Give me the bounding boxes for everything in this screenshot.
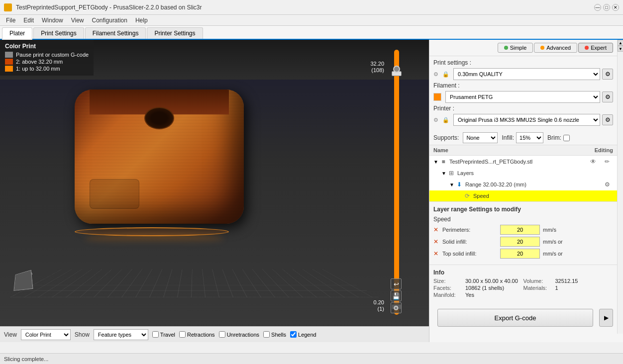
printer-gear-button[interactable]: ⚙	[602, 114, 613, 125]
manifold-key: Manifold:	[433, 292, 463, 298]
print-settings-gear-button[interactable]: ⚙	[602, 69, 613, 80]
status-text: Slicing complete...	[4, 356, 48, 362]
print-settings-label: Print settings :	[433, 59, 471, 66]
menu-edit[interactable]: Edit	[19, 16, 38, 25]
save-button[interactable]: 💾	[391, 290, 402, 301]
expert-button[interactable]: Expert	[578, 43, 613, 53]
expert-label: Expert	[591, 45, 607, 51]
nav-cube[interactable]	[10, 268, 45, 302]
scrollbar-down-button[interactable]: ▼	[618, 46, 623, 52]
simple-button[interactable]: Simple	[498, 43, 533, 53]
app-icon	[4, 3, 12, 11]
tab-plater[interactable]: Plater	[2, 27, 32, 40]
unretractions-label: Unretractions	[227, 332, 259, 338]
object-tree: Name Editing ▼ ■ TestPreprintedS...rt_PE…	[429, 145, 617, 202]
retractions-label: Retractions	[187, 332, 215, 338]
simple-label: Simple	[510, 45, 527, 51]
print-settings-select[interactable]: 0.30mm QUALITY	[453, 68, 600, 80]
layer-slider[interactable]	[389, 50, 404, 315]
shells-checkbox-label[interactable]: Shells	[263, 331, 286, 338]
printer-select[interactable]: Original Prusa i3 MK3S MMU2S Single 0.6 …	[453, 114, 600, 126]
close-button[interactable]: ✕	[612, 4, 619, 11]
tree-label-stl: TestPreprintedS...rt_PETGbody.stl	[449, 159, 585, 165]
rotate-back-button[interactable]: ↩	[391, 278, 402, 289]
shells-checkbox[interactable]	[263, 331, 270, 338]
simple-dot	[504, 46, 508, 50]
unretractions-checkbox[interactable]	[219, 331, 225, 338]
retractions-checkbox[interactable]	[179, 331, 186, 338]
printer-label: Printer :	[433, 105, 463, 112]
show-select[interactable]: Feature types	[94, 329, 148, 340]
viewport-3d[interactable]: Color Print Pause print or custom G-code…	[0, 40, 429, 342]
tree-arrow-layers[interactable]: ▼	[441, 171, 447, 176]
export-arrow-icon: ▶	[604, 314, 609, 321]
solid-infill-row: ✕ Solid infill: mm/s or	[433, 237, 613, 247]
solid-infill-x-icon: ✕	[433, 238, 438, 245]
tree-row-speed[interactable]: ⟳ Speed	[429, 190, 617, 201]
unretractions-checkbox-label[interactable]: Unretractions	[219, 331, 259, 338]
perimeters-input[interactable]	[500, 225, 540, 235]
menu-help[interactable]: Help	[131, 16, 152, 25]
tree-gear-range[interactable]: ⚙	[601, 180, 613, 189]
tree-eye-stl[interactable]: 👁	[587, 157, 599, 166]
solid-infill-input[interactable]	[500, 237, 540, 247]
info-section: Info Size: 30.00 x 50.00 x 40.00 Volume:…	[429, 265, 617, 302]
travel-checkbox[interactable]	[152, 331, 159, 338]
right-scrollbar[interactable]: ▲ ▼	[617, 40, 623, 334]
tree-arrow-range[interactable]: ▼	[449, 182, 455, 187]
maximize-button[interactable]: □	[603, 4, 610, 11]
retractions-checkbox-label[interactable]: Retractions	[179, 331, 215, 338]
tree-label-speed: Speed	[473, 193, 613, 199]
tree-edit-stl[interactable]: ✏	[601, 157, 613, 166]
view-label: View	[4, 331, 17, 338]
edit-icon-stl: ✏	[605, 158, 610, 165]
slider-bottom-label: 0.20 (1)	[374, 299, 384, 312]
advanced-button[interactable]: Advanced	[534, 43, 577, 53]
export-gcode-button[interactable]: Export G-code	[437, 309, 593, 327]
tab-print-settings[interactable]: Print Settings	[33, 27, 84, 39]
export-row: Export G-code ▶	[429, 302, 617, 334]
tree-row-range[interactable]: ▼ ⬇ Range 32.00-32.20 (mm) ⚙	[429, 179, 617, 190]
filament-gear-button[interactable]: ⚙	[602, 91, 613, 102]
supports-infill-row: Supports: None Infill: 15% Brim:	[429, 131, 617, 145]
legend-checkbox[interactable]	[290, 331, 297, 338]
supports-select[interactable]: None	[463, 132, 498, 143]
legend-item-up-to: 1: up to 32.00 mm	[5, 66, 89, 72]
tab-printer-settings[interactable]: Printer Settings	[147, 27, 203, 39]
size-val: 30.00 x 50.00 x 40.00	[465, 278, 518, 284]
menu-window[interactable]: Window	[38, 16, 67, 25]
brim-checkbox[interactable]	[563, 135, 570, 141]
size-row: Size: 30.00 x 50.00 x 40.00	[433, 278, 523, 284]
tree-icon-layers: ⊞	[447, 169, 455, 177]
legend-item-pause: Pause print or custom G-code	[5, 52, 89, 58]
tree-col-editing: Editing	[583, 147, 613, 153]
travel-label: Travel	[160, 332, 175, 338]
print-lock-icon: ⚙	[433, 71, 438, 78]
tree-header: Name Editing	[429, 145, 617, 156]
view-select[interactable]: Color Print	[21, 329, 71, 340]
tree-row-layers[interactable]: ▼ ⊞ Layers	[429, 168, 617, 179]
legend-checkbox-label[interactable]: Legend	[290, 331, 316, 338]
menu-view[interactable]: View	[67, 16, 88, 25]
gear-icon-range: ⚙	[605, 181, 610, 188]
tree-arrow-stl[interactable]: ▼	[433, 159, 439, 165]
export-arrow-button[interactable]: ▶	[599, 309, 613, 327]
minimize-button[interactable]: —	[594, 4, 601, 11]
top-solid-infill-input[interactable]	[500, 249, 540, 259]
menubar: File Edit Window View Configuration Help	[0, 15, 623, 26]
menu-file[interactable]: File	[2, 16, 19, 25]
size-key: Size:	[433, 278, 463, 284]
scrollbar-up-button[interactable]: ▲	[618, 40, 623, 46]
tree-row-stl[interactable]: ▼ ■ TestPreprintedS...rt_PETGbody.stl 👁 …	[429, 156, 617, 168]
volume-key: Volume:	[523, 278, 553, 284]
infill-select[interactable]: 15%	[516, 132, 543, 143]
object-side-detail	[90, 179, 139, 209]
tab-filament-settings[interactable]: Filament Settings	[85, 27, 146, 39]
filament-select[interactable]: Prusament PETG	[445, 91, 600, 103]
travel-checkbox-label[interactable]: Travel	[152, 331, 175, 338]
menu-configuration[interactable]: Configuration	[88, 16, 131, 25]
materials-key: Materials:	[523, 285, 553, 291]
info-grid: Size: 30.00 x 50.00 x 40.00 Volume: 3251…	[433, 278, 613, 298]
settings-gear-button[interactable]: ⚙	[391, 302, 402, 313]
print-settings-input-row: ⚙ 🔒 0.30mm QUALITY ⚙	[433, 68, 613, 80]
